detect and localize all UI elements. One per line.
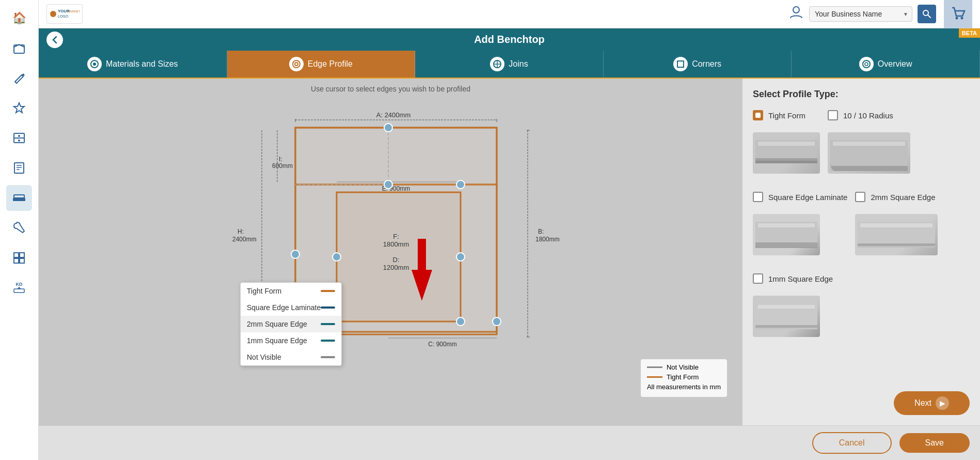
sidebar-item-wrench[interactable] (6, 215, 32, 241)
svg-point-36 (863, 60, 870, 68)
sidebar-item-grid[interactable] (6, 245, 32, 271)
svg-rect-6 (14, 163, 24, 173)
svg-text:I:: I: (279, 156, 282, 163)
svg-point-70 (456, 253, 465, 261)
svg-rect-82 (833, 142, 905, 146)
profile-row-1: Tight Form (753, 110, 970, 181)
sidebar-item-cabinet[interactable] (6, 125, 32, 151)
svg-rect-75 (418, 239, 426, 271)
step-label-joins: Joins (509, 59, 528, 69)
checkbox-1mm-square[interactable] (753, 273, 763, 284)
svg-point-26 (960, 17, 963, 20)
checkbox-radius[interactable] (828, 110, 838, 120)
step-icon-overview (859, 57, 874, 71)
swatch-square-laminate (321, 306, 335, 309)
svg-text:1800mm: 1800mm (383, 240, 409, 248)
svg-rect-12 (14, 253, 19, 257)
sidebar-item-pencil[interactable] (6, 65, 32, 91)
legend: Not Visible Tight Form All measurements … (641, 359, 727, 397)
save-button[interactable]: Save (899, 433, 970, 453)
svg-point-31 (295, 63, 297, 65)
cart-area[interactable] (944, 0, 972, 28)
content-area: Use cursor to select edges you wish to b… (39, 79, 980, 425)
svg-rect-14 (14, 258, 19, 263)
profile-row-3: 1mm Square Edge (753, 273, 970, 345)
step-icon-edge (289, 57, 304, 71)
header-right: Your Business Name (788, 5, 936, 23)
legend-tight-form: Tight Form (647, 373, 721, 381)
legend-note: All measurements in mm (647, 383, 721, 391)
label-square-laminate: Square Edge Laminate (768, 193, 847, 202)
sidebar-item-box[interactable] (6, 35, 32, 61)
step-icon-joins (490, 57, 504, 71)
svg-rect-89 (858, 246, 935, 248)
swatch-tight (321, 290, 335, 292)
step-overview[interactable]: Overview (792, 51, 980, 78)
step-edge[interactable]: Edge Profile (227, 51, 416, 78)
svg-text:CABINETS: CABINETS (67, 10, 80, 13)
svg-rect-93 (755, 328, 817, 329)
profile-img-radius (828, 132, 910, 174)
dropdown-item-2mm-square[interactable]: 2mm Square Edge (241, 316, 341, 332)
svg-text:1200mm: 1200mm (383, 264, 409, 271)
svg-rect-90 (860, 223, 932, 227)
user-icon (788, 5, 804, 23)
profile-img-1mm-square (753, 296, 820, 337)
dropdown-item-square-laminate[interactable]: Square Edge Laminate (241, 299, 341, 316)
search-button[interactable] (918, 5, 936, 23)
back-button[interactable] (46, 32, 63, 48)
svg-rect-80 (755, 161, 817, 163)
svg-point-72 (493, 317, 501, 326)
svg-text:B:: B: (538, 228, 544, 235)
dropdown-item-1mm-square[interactable]: 1mm Square Edge (241, 332, 341, 349)
checkbox-2mm-square[interactable] (855, 192, 865, 202)
profile-option-2mm-square: 2mm Square Edge (855, 192, 938, 255)
step-icon-materials (87, 57, 102, 71)
sidebar-item-bench[interactable] (6, 185, 32, 211)
label-tight: Tight Form (768, 111, 810, 120)
svg-text:2400mm: 2400mm (232, 236, 257, 243)
page-title-bar: Add Benchtop BETA (39, 28, 980, 51)
legend-not-visible: Not Visible (647, 363, 721, 371)
step-label-materials: Materials and Sizes (106, 59, 178, 69)
benchtop-diagram[interactable]: A: 2400mm I: 600mm H: 2400mm B: 1800mm (166, 99, 615, 368)
dropdown-item-tight[interactable]: Tight Form (241, 283, 341, 299)
svg-rect-84 (755, 242, 817, 248)
business-dropdown[interactable]: Your Business Name (809, 6, 912, 22)
svg-point-4 (18, 135, 20, 137)
svg-point-5 (18, 140, 20, 142)
sidebar-item-star[interactable] (6, 95, 32, 121)
canvas-area[interactable]: Use cursor to select edges you wish to b… (39, 79, 742, 425)
beta-badge: BETA (959, 28, 980, 38)
logo-area: YOUR LOGO CABINETS (46, 4, 83, 24)
next-button[interactable]: Next ▶ (894, 391, 970, 415)
svg-marker-17 (17, 287, 21, 289)
svg-rect-81 (758, 142, 815, 146)
sidebar-item-kd[interactable]: KD (6, 275, 32, 301)
step-joins[interactable]: Joins (415, 51, 604, 78)
profile-option-radius: 10 / 10 Radius (828, 110, 910, 174)
right-panel: Select Profile Type: Tight Form (742, 79, 980, 425)
cancel-button[interactable]: Cancel (812, 432, 892, 454)
sidebar-item-book[interactable] (6, 155, 32, 181)
step-materials[interactable]: Materials and Sizes (39, 51, 227, 78)
svg-point-68 (291, 250, 299, 258)
legend-line-tight-form (647, 376, 662, 378)
dropdown-item-not-visible[interactable]: Not Visible (241, 349, 341, 365)
edge-dropdown: Tight Form Square Edge Laminate 2mm Squa… (240, 282, 342, 366)
next-button-container: Next ▶ (753, 391, 970, 415)
step-label-corners: Corners (692, 59, 721, 69)
svg-point-69 (333, 253, 341, 261)
checkbox-tight[interactable] (753, 110, 763, 120)
step-corners[interactable]: Corners (604, 51, 792, 78)
page-title: Add Benchtop (474, 34, 545, 45)
svg-text:1800mm: 1800mm (535, 236, 560, 243)
steps-nav: Materials and Sizes Edge Profile Joins C… (39, 51, 980, 79)
svg-marker-1 (14, 103, 24, 113)
checkbox-square-laminate[interactable] (753, 192, 763, 202)
sidebar-item-home[interactable]: 🏠 (6, 5, 32, 31)
svg-point-28 (93, 63, 96, 66)
main-content: YOUR LOGO CABINETS Your Business Name (39, 0, 980, 460)
sidebar: 🏠 KD (0, 0, 39, 460)
svg-rect-15 (20, 258, 24, 263)
